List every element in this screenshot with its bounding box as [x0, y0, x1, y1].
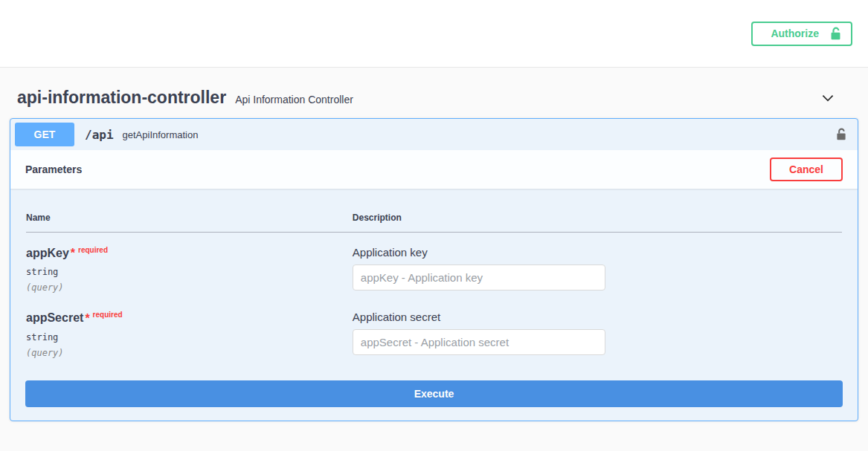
endpoint-summary: getApiInformation — [123, 129, 199, 140]
parameter-type: string — [26, 267, 353, 277]
appkey-input[interactable] — [353, 265, 605, 291]
cancel-button[interactable]: Cancel — [770, 158, 843, 181]
authorize-button[interactable]: Authorize — [751, 22, 852, 46]
required-star: * — [85, 312, 89, 325]
parameter-name: appKey*required — [26, 246, 353, 260]
parameter-location: (query) — [26, 282, 353, 293]
topbar: Authorize — [0, 0, 868, 68]
appsecret-input[interactable] — [353, 329, 605, 355]
name-column-header: Name — [26, 204, 353, 233]
opblock-summary[interactable]: GET /api getApiInformation — [10, 119, 858, 150]
tag-subtitle: Api Information Controller — [235, 91, 353, 106]
tag-section-header[interactable]: api-information-controller Api Informati… — [0, 68, 868, 118]
unlock-icon — [829, 27, 842, 41]
parameters-table: Name Description appKey*required string … — [26, 204, 842, 363]
parameters-title: Parameters — [25, 163, 82, 175]
execute-button[interactable]: Execute — [25, 380, 843, 407]
chevron-down-icon[interactable] — [820, 90, 836, 106]
parameter-description: Application secret — [353, 311, 842, 323]
parameters-table-container: Name Description appKey*required string … — [10, 189, 858, 363]
parameter-description: Application key — [353, 246, 842, 259]
required-label: required — [78, 246, 108, 254]
http-method-badge: GET — [15, 123, 74, 146]
description-column-header: Description — [353, 204, 842, 233]
parameter-type: string — [26, 332, 353, 343]
endpoint-path: /api — [85, 128, 114, 142]
parameter-location: (query) — [26, 348, 353, 358]
parameters-section-header: Parameters Cancel — [10, 150, 858, 189]
required-star: * — [71, 247, 75, 259]
parameter-row: appKey*required string (query) Applicati… — [26, 233, 842, 298]
parameter-row: appSecret*required string (query) Applic… — [26, 297, 842, 362]
auth-lock-icon[interactable] — [835, 128, 847, 141]
execute-wrapper: Execute — [10, 363, 858, 421]
opblock-get: GET /api getApiInformation Parameters Ca… — [10, 118, 858, 421]
required-label: required — [93, 311, 123, 319]
tag-title: api-information-controller — [17, 88, 226, 108]
authorize-button-label: Authorize — [771, 27, 819, 39]
parameter-name: appSecret*required — [26, 311, 353, 325]
